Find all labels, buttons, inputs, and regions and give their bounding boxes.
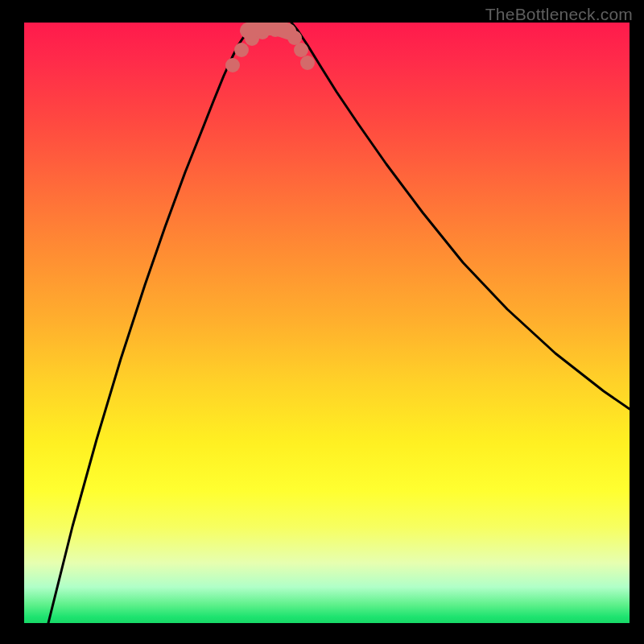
- plot-area: [24, 23, 630, 623]
- data-point: [234, 43, 249, 57]
- chart-svg: [24, 23, 630, 623]
- data-point: [225, 58, 240, 72]
- data-point: [300, 56, 315, 70]
- curve-left-curve: [48, 23, 262, 623]
- curve-right-curve: [291, 23, 630, 409]
- data-point: [294, 43, 308, 57]
- curve-valley-band: [248, 27, 288, 31]
- watermark-text: TheBottleneck.com: [485, 5, 633, 24]
- chart-frame: TheBottleneck.com: [0, 0, 644, 644]
